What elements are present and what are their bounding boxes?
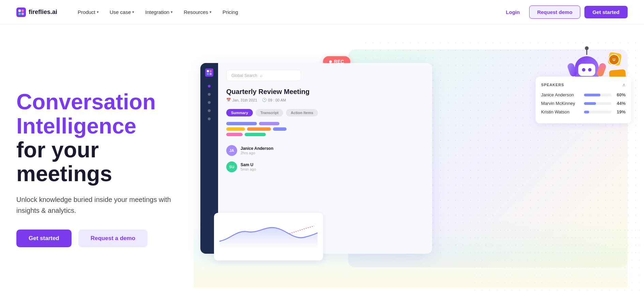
bar-blue-1 [226, 122, 257, 125]
speaker-row-3: Kristin Watson 19% [541, 109, 626, 114]
meeting-meta: 📅 Jan, 31th 2021 🕐 09 : 00 AM [226, 98, 424, 102]
wave-chart-card [214, 213, 323, 261]
participants-list: JA Janice Anderson 2hrs ago SU Sam U 5mi… [226, 142, 424, 175]
bar-pink-1 [226, 133, 243, 136]
bar-purple-1 [259, 122, 279, 125]
speaker-row-2: Marvin McKinney 44% [541, 101, 626, 106]
nav-actions: Login Request demo Get started [501, 5, 628, 19]
svg-rect-2 [21, 10, 24, 12]
speaker-bar-wrap-2 [584, 102, 611, 105]
speakers-header: SPEAKERS ∧ [541, 82, 626, 88]
wave-chart [219, 218, 318, 249]
nav-product[interactable]: Product ▾ [74, 6, 103, 18]
svg-rect-1 [18, 10, 21, 12]
filter-action-items[interactable]: Action Items [286, 109, 318, 116]
nav-usecase[interactable]: Use case ▾ [106, 6, 139, 18]
avatar-janice: JA [226, 145, 237, 156]
content-bars [226, 122, 424, 136]
search-icon: ⌕ [260, 73, 263, 78]
svg-rect-5 [207, 70, 209, 72]
bar-row-1 [226, 122, 424, 125]
bar-orange-1 [247, 127, 271, 131]
rec-dot [329, 60, 332, 63]
chevron-down-icon: ▾ [97, 10, 99, 14]
hero-visual: REC [194, 49, 628, 288]
svg-rect-0 [16, 7, 26, 17]
bar-yellow-1 [226, 127, 245, 131]
speakers-title: SPEAKERS [541, 83, 564, 87]
speaker-bar-fill-2 [584, 102, 596, 105]
sidebar-dot-4 [208, 109, 211, 112]
sidebar-logo [205, 68, 213, 77]
hero-title: Conversation Intelligence for your meeti… [16, 90, 180, 186]
speakers-collapse-icon[interactable]: ∧ [622, 82, 626, 88]
participant-2: SU Sam U 5min ago [226, 159, 424, 175]
navbar: fireflies.ai Product ▾ Use case ▾ Integr… [0, 0, 644, 25]
user-avatar-corner: U [609, 54, 619, 65]
speaker-bar-fill-1 [584, 94, 600, 96]
request-demo-hero-button[interactable]: Request a demo [78, 230, 148, 247]
nav-integration[interactable]: Integration ▾ [141, 6, 177, 18]
filter-summary[interactable]: Summary [226, 109, 253, 116]
speaker-row-1: Janice Anderson 60% [541, 92, 626, 97]
robot-antenna [586, 48, 587, 55]
sidebar-dot-3 [208, 101, 211, 104]
hero-section: Conversation Intelligence for your meeti… [0, 25, 644, 299]
dot-grid-bottom [471, 226, 641, 295]
speaker-bar-wrap-3 [584, 111, 611, 113]
svg-rect-8 [210, 73, 212, 75]
brand-name: fireflies.ai [29, 9, 57, 16]
sidebar-logo-icon [207, 70, 212, 75]
chevron-down-icon: ▾ [171, 10, 173, 14]
robot-face [578, 64, 595, 76]
svg-rect-3 [18, 13, 21, 15]
participant-info-1: Janice Anderson 2hrs ago [241, 146, 273, 155]
hero-subtitle: Unlock knowledge buried inside your meet… [16, 194, 180, 216]
robot-arm-left [567, 62, 578, 77]
sidebar-dot-1 [208, 85, 211, 88]
chevron-down-icon: ▾ [132, 10, 134, 14]
nav-resources[interactable]: Resources ▾ [180, 6, 216, 18]
hero-content: Conversation Intelligence for your meeti… [16, 90, 194, 247]
nav-pricing[interactable]: Pricing [218, 6, 242, 18]
svg-rect-6 [210, 70, 212, 72]
global-search[interactable]: Global Search ⌕ [226, 70, 301, 81]
get-started-hero-button[interactable]: Get started [16, 230, 72, 247]
speaker-bar-fill-3 [584, 111, 589, 113]
fireflies-logo-icon [16, 7, 26, 17]
sidebar-dot-5 [208, 117, 211, 120]
bar-blue-2 [273, 127, 287, 131]
bar-row-3 [226, 133, 424, 136]
logo[interactable]: fireflies.ai [16, 7, 57, 17]
request-demo-button[interactable]: Request demo [529, 5, 580, 19]
svg-rect-4 [21, 13, 24, 15]
participant-1: JA Janice Anderson 2hrs ago [226, 142, 424, 159]
meeting-date: 📅 Jan, 31th 2021 [226, 98, 257, 102]
speaker-bar-wrap-1 [584, 94, 611, 96]
svg-rect-7 [207, 73, 209, 75]
get-started-nav-button[interactable]: Get started [584, 6, 628, 18]
hero-buttons: Get started Request a demo [16, 230, 180, 247]
calendar-icon: 📅 [226, 98, 231, 102]
nav-links: Product ▾ Use case ▾ Integration ▾ Resou… [74, 6, 501, 18]
robot-eye-left [582, 68, 585, 72]
participant-info-2: Sam U 5min ago [241, 162, 256, 171]
clock-icon: 🕐 [262, 98, 267, 102]
robot-eye-right [588, 68, 592, 72]
avatar-sam: SU [226, 161, 237, 172]
bar-row-2 [226, 127, 424, 131]
login-button[interactable]: Login [501, 6, 525, 18]
filter-transcript[interactable]: Transcript [256, 109, 283, 116]
meeting-time: 🕐 09 : 00 AM [262, 98, 286, 102]
sidebar-dot-2 [208, 93, 211, 96]
chevron-down-icon: ▾ [210, 10, 212, 14]
filter-tabs: Summary Transcript Action Items [226, 109, 424, 116]
meeting-title: Quarterly Review Meeting [226, 88, 424, 96]
bar-teal-1 [245, 133, 266, 136]
robot-arm-right [596, 62, 607, 77]
speakers-panel: SPEAKERS ∧ Janice Anderson 60% Marvin Mc… [536, 77, 631, 123]
